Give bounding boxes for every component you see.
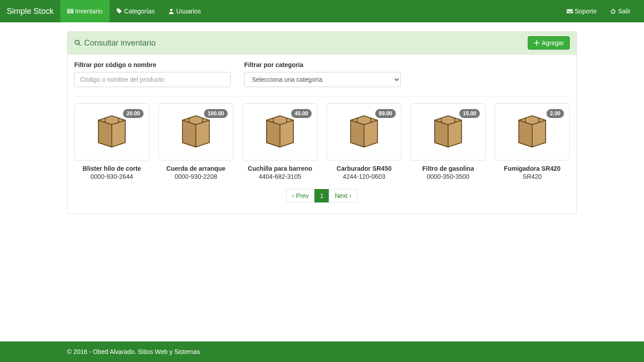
product-code: 4404-682-3105 [242,173,318,180]
user-icon [168,8,174,14]
nav-usuarios[interactable]: Usuarios [161,0,208,22]
product-code: 0000-930-2208 [158,173,233,180]
plus-icon [534,40,540,46]
product-name: Cuchilla para barreno [242,165,318,172]
pagination-prev[interactable]: ‹ Prev [286,189,314,202]
product-name: Carburador SR450 [326,165,402,172]
filter-code-input[interactable] [74,72,231,87]
barcode-icon [67,8,73,14]
divider [74,96,570,97]
pagination: ‹ Prev 1 Next › [74,189,570,202]
brand-logo[interactable]: Simple Stock [7,7,60,16]
nav-item-label: Salir [618,8,631,15]
nav-left: Inventario Categorías Usuarios [60,0,208,22]
product-thumbnail[interactable]: 2.00 [495,103,570,160]
nav-inventario[interactable]: Inventario [60,0,109,22]
product-code: 0000-350-3500 [411,173,486,180]
product-name: Cuerda de arranque [158,165,233,172]
product-card[interactable]: 45.00 Cuchilla para barreno 4404-682-310… [242,103,318,180]
product-code: 4244-120-0603 [326,173,402,180]
pagination-current[interactable]: 1 [314,189,330,202]
page-title: Consultar inventario [74,38,156,48]
nav-salir[interactable]: Salir [603,0,637,22]
nav-item-label: Categorías [124,8,155,15]
pagination-next[interactable]: Next › [329,189,357,202]
filter-category-select[interactable]: Selecciona una categoría [244,72,401,87]
nav-item-label: Soporte [575,8,597,15]
quantity-badge: 2.00 [547,109,564,118]
product-code: SR420 [495,173,570,180]
product-thumbnail[interactable]: 20.00 [74,103,149,160]
nav-right: Soporte Salir [560,0,637,22]
tags-icon [116,8,123,14]
products-row: 20.00 Blister hilo de corte 0000-930-264… [74,103,570,180]
quantity-badge: 20.00 [123,109,144,118]
nav-soporte[interactable]: Soporte [560,0,603,22]
power-icon [610,8,616,14]
quantity-badge: 15.00 [459,109,480,118]
nav-item-label: Inventario [75,8,102,15]
product-card[interactable]: 100.00 Cuerda de arranque 0000-930-2208 [158,103,233,180]
product-code: 0000-930-2644 [74,173,149,180]
filter-code-label: Filtrar por código o nombre [74,61,231,68]
product-thumbnail[interactable]: 89.00 [326,103,402,160]
nav-item-label: Usuarios [176,8,201,15]
product-name: Blister hilo de corte [74,165,149,172]
product-card[interactable]: 2.00 Fumigadora SR420 SR420 [495,103,570,180]
filter-category-label: Filtrar por categoría [244,61,401,68]
search-icon [74,39,81,46]
product-thumbnail[interactable]: 100.00 [158,103,233,160]
product-card[interactable]: 89.00 Carburador SR450 4244-120-0603 [326,103,402,180]
quantity-badge: 100.00 [204,109,228,118]
quantity-badge: 45.00 [291,109,312,118]
nav-categorias[interactable]: Categorías [110,0,161,22]
product-name: Filtro de gasolina [411,165,486,172]
panel-heading: Consultar inventario Agregar [68,32,576,55]
product-name: Fumigadora SR420 [495,165,570,172]
inventory-panel: Consultar inventario Agregar Filtrar por… [67,31,577,214]
product-thumbnail[interactable]: 45.00 [242,103,318,160]
envelope-icon [567,8,573,14]
product-thumbnail[interactable]: 15.00 [411,103,486,160]
navbar: Simple Stock Inventario Categorías Usuar… [0,0,644,22]
product-card[interactable]: 20.00 Blister hilo de corte 0000-930-264… [74,103,149,180]
product-card[interactable]: 15.00 Filtro de gasolina 0000-350-3500 [411,103,486,180]
quantity-badge: 89.00 [375,109,396,118]
add-button[interactable]: Agregar [528,36,570,50]
